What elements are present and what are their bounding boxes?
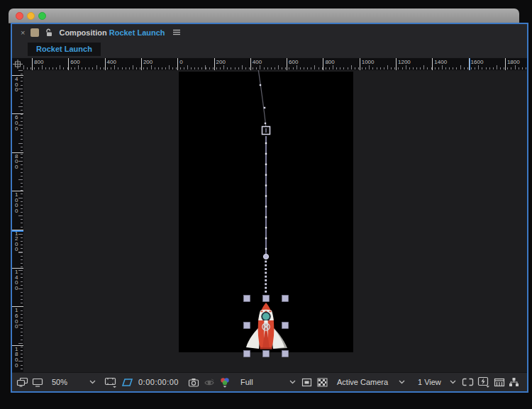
minimize-window-button[interactable] (27, 12, 35, 20)
timecode-value: 0:00:00:00 (138, 378, 179, 386)
viewport-canvas (23, 70, 527, 372)
main-display-icon[interactable] (32, 373, 43, 391)
show-channel-icon[interactable] (219, 373, 231, 391)
zoom-window-button[interactable] (38, 12, 46, 20)
panel-title[interactable]: Composition Rocket Launch (59, 28, 165, 37)
snapshot-icon[interactable] (188, 373, 199, 391)
rocket-base (260, 347, 272, 349)
pixel-aspect-correction-icon[interactable] (462, 373, 474, 391)
region-of-interest-icon[interactable] (301, 373, 312, 391)
timeline-icon[interactable] (494, 373, 505, 391)
composition-viewport[interactable] (23, 70, 527, 372)
always-preview-icon[interactable] (16, 373, 28, 391)
timecode-display[interactable]: 0:00:00:00 (138, 373, 179, 391)
flowchart-icon[interactable] (509, 373, 519, 391)
selection-handle[interactable] (282, 351, 289, 357)
anchor-point-icon[interactable] (262, 323, 270, 330)
window-titlebar[interactable] (9, 9, 519, 23)
selection-handle[interactable] (282, 323, 289, 329)
selection-handle[interactable] (244, 323, 250, 329)
panel-title-comp-name: Rocket Launch (109, 28, 165, 37)
close-panel-icon[interactable]: × (21, 28, 25, 37)
chevron-down-icon (289, 380, 296, 384)
resolution-value: Full (240, 378, 253, 386)
composition-tab[interactable]: Rocket Launch (28, 43, 101, 56)
view-layout-value: 1 View (418, 378, 441, 386)
mask-visibility-icon[interactable] (121, 373, 133, 391)
panel-title-prefix: Composition (59, 28, 109, 37)
panel-color-swatch[interactable] (31, 28, 39, 37)
view-camera-select[interactable]: Active Camera (333, 373, 408, 391)
grid-and-guides-icon[interactable] (104, 373, 117, 391)
chevron-down-icon (450, 380, 456, 384)
ruler-origin-crosshair-icon (12, 58, 23, 70)
h-ruler-minor-ticks (23, 67, 527, 69)
selection-handle[interactable] (244, 351, 250, 357)
composition-panel: × Composition Rocket Launch Rocket Launc… (11, 23, 528, 393)
magnification-select[interactable]: 50% (48, 373, 99, 391)
panel-tab-bar: × Composition Rocket Launch (12, 24, 527, 40)
selection-handle[interactable] (244, 296, 250, 302)
selection-handle[interactable] (282, 296, 289, 302)
composition-tab-row: Rocket Launch (12, 40, 527, 57)
magnification-value: 50% (52, 378, 67, 386)
view-layout-select[interactable]: 1 View (414, 373, 459, 391)
app-window: × Composition Rocket Launch Rocket Launc… (0, 0, 532, 409)
close-window-button[interactable] (16, 12, 23, 20)
horizontal-ruler[interactable]: 8006004002000200400600800100012001400160… (23, 58, 527, 70)
rocket-window (262, 313, 270, 320)
chevron-down-icon (399, 380, 405, 384)
panel-menu-icon[interactable] (172, 29, 181, 35)
resolution-select[interactable]: Full (236, 373, 299, 391)
vertical-ruler[interactable]: 4 0 06 0 08 0 01 0 0 01 2 0 01 4 0 01 6 … (12, 70, 23, 372)
selection-handle[interactable] (263, 351, 270, 357)
chevron-down-icon (89, 380, 96, 384)
viewer-toolbar: 50% 0:00:00:00 (12, 372, 527, 391)
show-snapshot-icon[interactable] (204, 373, 215, 391)
unlock-icon[interactable] (45, 28, 53, 37)
view-camera-value: Active Camera (337, 378, 388, 386)
v-ruler-minor-ticks (21, 70, 23, 372)
transparency-grid-icon[interactable] (317, 373, 328, 391)
keyframe-circle[interactable] (263, 254, 268, 259)
fast-previews-icon[interactable] (477, 373, 490, 391)
selection-handle[interactable] (263, 296, 270, 302)
